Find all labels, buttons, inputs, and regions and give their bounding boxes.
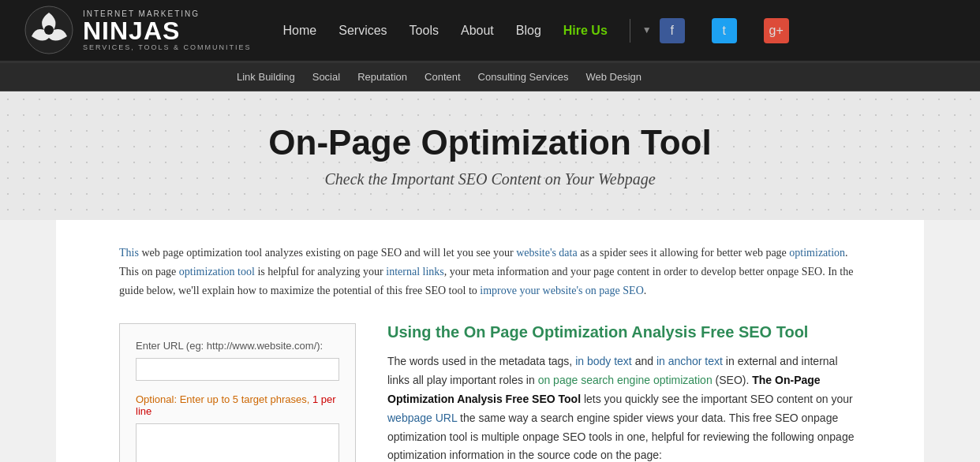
url-input[interactable]: [136, 358, 339, 381]
social-icons: f t g+: [660, 18, 811, 43]
right-section-title: Using the On Page Optimization Analysis …: [387, 323, 861, 341]
logo-icon: [24, 5, 75, 56]
nav-home[interactable]: Home: [283, 24, 317, 38]
nav-hire-us[interactable]: Hire Us: [563, 24, 608, 38]
logo-text: INTERNET MARKETING NINJAS SERVICES, TOOL…: [83, 9, 252, 51]
subnav-social[interactable]: Social: [312, 71, 340, 83]
hero-subtitle: Check the Important SEO Content on Your …: [16, 170, 964, 188]
main-nav: Home Services Tools About Blog Hire Us ▼…: [283, 18, 956, 43]
right-column: Using the On Page Optimization Analysis …: [387, 323, 861, 462]
dropdown-arrow-icon[interactable]: ▼: [642, 24, 652, 36]
logo-ninjas: NINJAS: [83, 18, 252, 43]
nav-about[interactable]: About: [461, 24, 494, 38]
logo-area: INTERNET MARKETING NINJAS SERVICES, TOOL…: [24, 5, 252, 56]
hero-section: On-Page Optimization Tool Check the Impo…: [0, 91, 980, 220]
url-form: Enter URL (eg: http://www.website.com/):…: [119, 323, 356, 462]
svg-point-1: [44, 25, 54, 35]
intro-paragraph: This web page optimization tool analyzes…: [119, 244, 861, 300]
subnav-webdesign[interactable]: Web Design: [585, 71, 641, 83]
two-column-layout: Enter URL (eg: http://www.website.com/):…: [119, 323, 861, 462]
subnav-content[interactable]: Content: [425, 71, 461, 83]
twitter-icon[interactable]: t: [712, 18, 737, 43]
header: INTERNET MARKETING NINJAS SERVICES, TOOL…: [0, 0, 980, 63]
subnav-link-building[interactable]: Link Building: [237, 71, 295, 83]
subnav-consulting[interactable]: Consulting Services: [478, 71, 569, 83]
logo-tagline: SERVICES, TOOLS & COMMUNITIES: [83, 43, 252, 51]
right-section-paragraph: The words used in the metadata tags, in …: [387, 352, 861, 462]
googleplus-icon[interactable]: g+: [764, 18, 789, 43]
url-label: Enter URL (eg: http://www.website.com/):: [136, 340, 339, 352]
main-content: This web page optimization tool analyzes…: [56, 220, 924, 462]
facebook-icon[interactable]: f: [660, 18, 685, 43]
nav-tools[interactable]: Tools: [410, 24, 439, 38]
sub-nav: Link Building Social Reputation Content …: [0, 63, 980, 91]
subnav-reputation[interactable]: Reputation: [357, 71, 407, 83]
left-column: Enter URL (eg: http://www.website.com/):…: [119, 323, 356, 462]
phrases-textarea[interactable]: [136, 423, 339, 462]
nav-divider: [630, 19, 630, 43]
nav-services[interactable]: Services: [339, 24, 387, 38]
optional-label: Optional: Enter up to 5 target phrases, …: [136, 393, 339, 417]
nav-blog[interactable]: Blog: [516, 24, 541, 38]
hero-title: On-Page Optimization Tool: [16, 123, 964, 162]
